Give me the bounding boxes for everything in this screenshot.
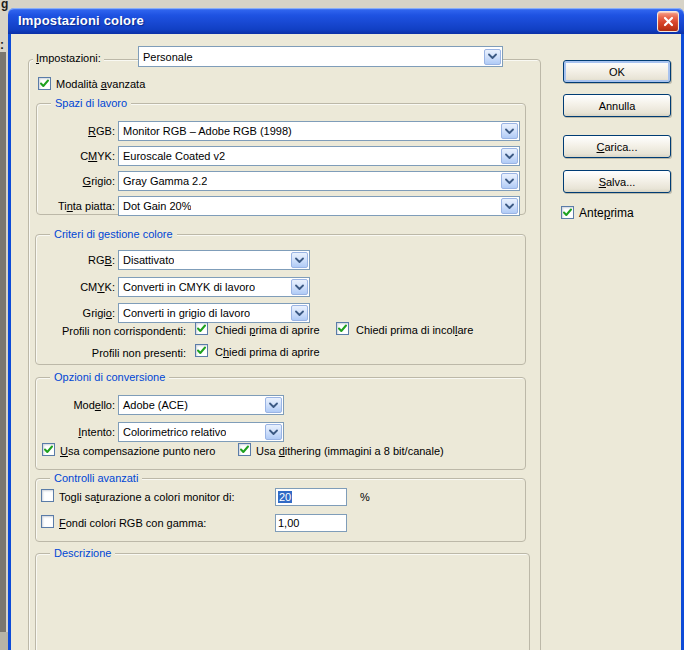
chevron-down-icon[interactable] bbox=[501, 123, 518, 139]
combo-value: Adobe (ACE) bbox=[119, 396, 188, 414]
dialog-body: Impostazioni: Personale Modalità avanzat… bbox=[8, 34, 684, 650]
chevron-down-icon[interactable] bbox=[291, 305, 308, 321]
engine-select[interactable]: Adobe (ACE) bbox=[118, 395, 284, 415]
background-window-edge bbox=[0, 52, 6, 632]
blend-gamma-checkbox[interactable] bbox=[41, 515, 54, 528]
cancel-button[interactable]: Annulla bbox=[563, 94, 671, 117]
desaturate-checkbox[interactable] bbox=[41, 489, 54, 502]
ws-spot-select[interactable]: Dot Gain 20% bbox=[118, 196, 520, 216]
chevron-down-icon[interactable] bbox=[265, 397, 282, 413]
dithering-label: Usa dithering (immagini a 8 bit/canale) bbox=[256, 444, 444, 458]
chevron-down-icon[interactable] bbox=[484, 49, 501, 65]
chevron-down-icon[interactable] bbox=[291, 252, 308, 268]
combo-value: Gray Gamma 2.2 bbox=[119, 172, 207, 190]
blend-gamma-input[interactable]: 1,00 bbox=[275, 514, 347, 532]
ws-gray-select[interactable]: Gray Gamma 2.2 bbox=[118, 171, 520, 191]
missing-ask-open-label: Chiedi prima di aprire bbox=[215, 345, 320, 359]
intent-select[interactable]: Colorimetrico relativo bbox=[118, 422, 284, 442]
mismatch-ask-open-checkbox[interactable] bbox=[195, 322, 208, 335]
mismatch-ask-paste-checkbox[interactable] bbox=[336, 322, 349, 335]
settings-select[interactable]: Personale bbox=[138, 46, 503, 67]
ws-spot-label: Tinta piatta: bbox=[35, 199, 115, 213]
checkmark-icon bbox=[196, 323, 207, 334]
selected-text: 20 bbox=[278, 491, 292, 503]
policy-rgb-select[interactable]: Disattivato bbox=[118, 250, 310, 270]
profile-mismatch-label: Profili non corrispondenti: bbox=[35, 324, 186, 338]
desaturate-amount-input[interactable]: 20 bbox=[275, 488, 347, 506]
combo-value: Euroscale Coated v2 bbox=[119, 147, 225, 165]
combo-value: Converti in CMYK di lavoro bbox=[119, 278, 255, 296]
checkmark-icon bbox=[43, 444, 54, 455]
checkmark-icon bbox=[239, 444, 250, 455]
background-text-fragment: : bbox=[0, 38, 4, 52]
mismatch-ask-paste-label: Chiedi prima di incollare bbox=[356, 323, 473, 337]
chevron-down-icon[interactable] bbox=[291, 279, 308, 295]
chevron-down-icon[interactable] bbox=[501, 148, 518, 164]
policies-title: Criteri di gestione colore bbox=[50, 228, 177, 241]
settings-selected-value: Personale bbox=[139, 48, 193, 66]
preview-checkbox[interactable] bbox=[561, 206, 574, 219]
settings-label: Impostazioni: bbox=[33, 51, 104, 65]
blend-gamma-label: Fondi colori RGB con gamma: bbox=[59, 516, 206, 530]
profile-missing-label: Profili non presenti: bbox=[35, 346, 186, 360]
combo-value: Disattivato bbox=[119, 251, 174, 269]
checkmark-icon bbox=[562, 207, 573, 218]
checkmark-icon bbox=[196, 345, 207, 356]
advanced-controls-title: Controlli avanzati bbox=[50, 472, 142, 485]
description-group: Descrizione bbox=[35, 553, 530, 650]
conversion-title: Opzioni di conversione bbox=[50, 371, 169, 384]
working-spaces-title: Spazi di lavoro bbox=[51, 97, 131, 110]
titlebar[interactable]: Impostazioni colore bbox=[8, 8, 684, 34]
dithering-checkbox[interactable] bbox=[238, 443, 251, 456]
close-button[interactable] bbox=[657, 11, 679, 32]
combo-value: Monitor RGB – Adobe RGB (1998) bbox=[119, 122, 292, 140]
desaturate-label: Togli saturazione a colori monitor di: bbox=[59, 490, 234, 504]
close-icon bbox=[663, 16, 674, 27]
missing-ask-open-checkbox[interactable] bbox=[195, 344, 208, 357]
description-title: Descrizione bbox=[50, 547, 115, 560]
ws-gray-label: Grigio: bbox=[35, 174, 115, 188]
save-button[interactable]: Salva... bbox=[563, 170, 671, 193]
combo-value: Converti in grigio di lavoro bbox=[119, 304, 250, 322]
advanced-mode-checkbox[interactable] bbox=[38, 77, 51, 90]
black-point-label: Usa compensazione punto nero bbox=[60, 444, 215, 458]
ok-button[interactable]: OK bbox=[563, 60, 671, 83]
black-point-checkbox[interactable] bbox=[42, 443, 55, 456]
chevron-down-icon[interactable] bbox=[501, 173, 518, 189]
ws-cmyk-label: CMYK: bbox=[35, 149, 115, 163]
combo-value: Dot Gain 20% bbox=[119, 197, 191, 215]
advanced-mode-label: Modalità avanzata bbox=[56, 77, 145, 91]
policy-cmyk-label: CMYK: bbox=[35, 280, 115, 294]
checkmark-icon bbox=[337, 323, 348, 334]
preview-label: Anteprima bbox=[579, 206, 634, 220]
chevron-down-icon[interactable] bbox=[265, 424, 282, 440]
chevron-down-icon[interactable] bbox=[501, 198, 518, 214]
intent-label: Intento: bbox=[35, 425, 115, 439]
mismatch-ask-open-label: Chiedi prima di aprire bbox=[215, 323, 320, 337]
checkmark-icon bbox=[39, 78, 50, 89]
load-button[interactable]: Carica... bbox=[563, 135, 671, 158]
ws-rgb-select[interactable]: Monitor RGB – Adobe RGB (1998) bbox=[118, 121, 520, 141]
combo-value: Colorimetrico relativo bbox=[119, 423, 226, 441]
dialog-title: Impostazioni colore bbox=[18, 13, 144, 28]
color-settings-dialog: Impostazioni colore Impostazioni: Person… bbox=[8, 8, 684, 650]
policy-gray-label: Grigio: bbox=[35, 306, 115, 320]
background-window-edge bbox=[0, 632, 8, 650]
policy-cmyk-select[interactable]: Converti in CMYK di lavoro bbox=[118, 277, 310, 297]
policy-gray-select[interactable]: Converti in grigio di lavoro bbox=[118, 303, 310, 323]
ws-rgb-label: RGB: bbox=[35, 124, 115, 138]
policy-rgb-label: RGB: bbox=[35, 253, 115, 267]
engine-label: Modello: bbox=[35, 398, 115, 412]
ws-cmyk-select[interactable]: Euroscale Coated v2 bbox=[118, 146, 520, 166]
percent-label: % bbox=[360, 490, 370, 504]
